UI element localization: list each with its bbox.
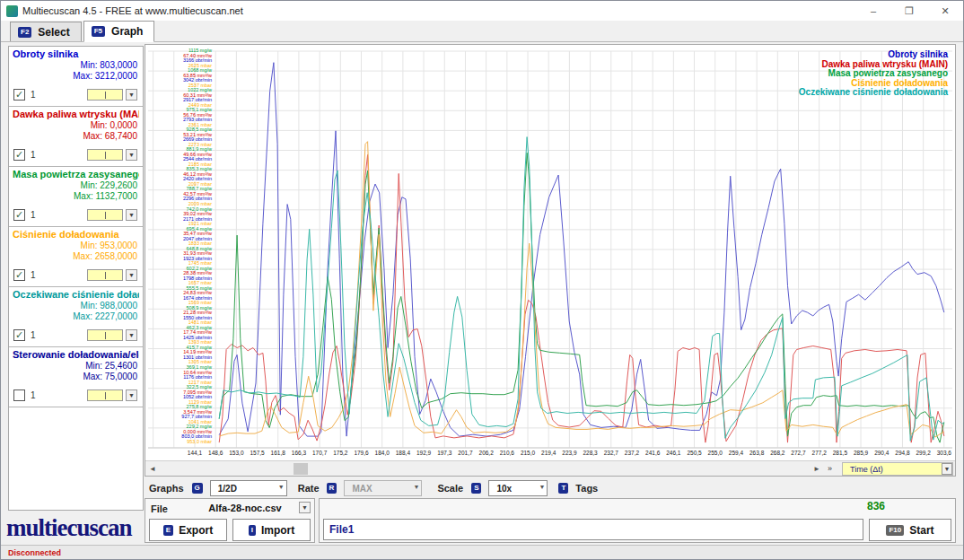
x-axis-labels: 144,1148,6153,0157,5161,8166,3170,7175,2… — [145, 450, 955, 459]
x-axis-tick-label: 303,6 — [929, 450, 960, 456]
tab-graph-label: Graph — [111, 25, 143, 38]
tag-marker — [105, 392, 106, 399]
legend-entry: Masa powietrza zasysanego — [799, 69, 948, 79]
close-button[interactable]: ✕ — [927, 1, 963, 21]
app-icon — [6, 5, 18, 17]
channel-graph-number: 1 — [31, 390, 36, 400]
app-logo: multiecuscan — [6, 514, 145, 542]
channel-title: Sterowanie doładowania/elektro — [13, 349, 139, 360]
f2-key-badge: F2 — [18, 27, 31, 38]
file-select[interactable]: Alfa-28-noc.csv ▼ — [180, 501, 311, 516]
channel-title: Obroty silnika — [13, 48, 139, 59]
scroll-left-arrow-icon[interactable]: ◄ — [145, 462, 160, 476]
chevron-down-icon[interactable]: ▼ — [299, 502, 311, 513]
legend-entry: Obroty silnika — [799, 50, 948, 60]
chevron-down-icon: ▼ — [413, 484, 419, 490]
channel-panel: Ciśnienie doładowaniaMin: 953,0000Max: 2… — [9, 227, 143, 287]
channel-min: Min: 988,0000 — [81, 301, 137, 311]
channel-graph-number: 1 — [31, 210, 36, 220]
time-axis-select[interactable]: Time (Δt) ▼ — [842, 462, 953, 476]
scrollbar-thumb[interactable] — [294, 463, 308, 475]
channel-min: Min: 25,4600 — [85, 361, 137, 371]
graphs-label: Graphs — [149, 483, 184, 494]
channel-min: Min: 0,0000 — [91, 120, 137, 130]
chevron-down-icon[interactable]: ▼ — [126, 149, 137, 161]
file-label: File — [151, 503, 168, 514]
chevron-down-icon[interactable]: ▼ — [942, 463, 952, 475]
channel-panel: Oczekiwane ciśnienie doładowaniaMin: 988… — [9, 287, 143, 347]
channel-tag-select[interactable] — [87, 89, 123, 101]
rate-select[interactable]: MAX▼ — [344, 480, 422, 496]
chevron-down-icon[interactable]: ▼ — [126, 209, 137, 221]
y-axis-labels: 1115 mg/w67,40 mm³/w3166 obr/min2625 mba… — [147, 48, 212, 444]
start-button[interactable]: F10 Start — [869, 519, 951, 541]
record-name-input[interactable] — [323, 519, 863, 540]
graph-toolbar: Graphs G 1/2D▼ Rate R MAX▼ Scale S 10x▼ … — [145, 479, 956, 497]
channel-title: Dawka paliwa wtrysku (MAIN) — [13, 109, 139, 119]
channel-max: Max: 2227,0000 — [73, 311, 137, 321]
minimize-button[interactable]: – — [855, 1, 891, 21]
record-counter: 836 — [849, 500, 903, 512]
channel-title: Masa powietrza zasysanego — [13, 169, 139, 179]
tag-marker — [105, 92, 106, 99]
channel-graph-number: 1 — [31, 270, 36, 280]
channel-tag-select[interactable] — [87, 329, 123, 341]
channel-tag-select[interactable] — [87, 269, 123, 281]
channel-graph-number: 1 — [31, 90, 36, 100]
channel-panel: Obroty silnikaMin: 803,0000Max: 3212,000… — [9, 47, 143, 107]
channel-max: Max: 1132,7000 — [74, 191, 137, 201]
channel-tag-select[interactable] — [87, 149, 123, 161]
f5-key-badge: F5 — [92, 26, 105, 37]
chevron-down-icon[interactable]: ▼ — [126, 389, 137, 401]
restore-button[interactable]: ❐ — [891, 1, 927, 21]
graphs-select[interactable]: 1/2D▼ — [210, 480, 287, 496]
export-button[interactable]: E Export — [149, 519, 227, 541]
chart-legend: Obroty silnikaDawka paliwa wtrysku (MAIN… — [799, 50, 948, 98]
g-key-badge: G — [192, 483, 203, 494]
scroll-right-arrow-icon[interactable]: ► — [810, 462, 824, 476]
chevron-down-icon[interactable]: ▼ — [126, 269, 137, 281]
status-bar: Disconnected — [1, 545, 963, 560]
channel-checkbox[interactable]: ✓ — [13, 149, 25, 161]
f10-key-badge: F10 — [886, 525, 904, 536]
tab-select-label: Select — [38, 26, 69, 39]
tab-bar: F2 Select F5 Graph — [1, 21, 963, 42]
channel-checkbox[interactable]: ✓ — [13, 209, 25, 221]
chevron-down-icon: ▼ — [278, 484, 285, 490]
record-panel: 836 F10 Start — [319, 498, 956, 543]
time-axis-label: Time (Δt) — [850, 465, 883, 474]
channel-tag-select[interactable] — [87, 209, 123, 221]
e-key-badge: E — [163, 525, 173, 536]
legend-entry: Oczekiwane ciśnienie doładowania — [799, 88, 948, 98]
chart-plot — [145, 45, 957, 459]
chart-scrollbar[interactable]: ◄ ► » Time (Δt) ▼ — [145, 460, 955, 476]
channel-checkbox[interactable] — [13, 389, 25, 401]
scale-label: Scale — [437, 483, 463, 494]
rate-label: Rate — [298, 483, 320, 494]
channel-tag-select[interactable] — [87, 389, 123, 401]
graph-panel: 1115 mg/w67,40 mm³/w3166 obr/min2625 mba… — [145, 44, 956, 477]
channel-max: Max: 68,7400 — [83, 131, 137, 141]
channel-panel: Sterowanie doładowania/elektroMin: 25,46… — [9, 347, 143, 407]
s-key-badge: S — [471, 483, 481, 494]
tab-select[interactable]: F2 Select — [10, 22, 82, 41]
channel-checkbox[interactable]: ✓ — [13, 329, 25, 341]
channel-checkbox[interactable]: ✓ — [13, 269, 25, 281]
app-window: Multiecuscan 4.5 - FREE at www.multiecus… — [0, 0, 964, 560]
channel-max: Max: 3212,0000 — [73, 71, 137, 81]
i-key-badge: I — [249, 525, 256, 536]
channel-max: Max: 75,0000 — [83, 372, 137, 381]
scale-select[interactable]: 10x▼ — [488, 480, 548, 496]
channel-panel: Dawka paliwa wtrysku (MAIN)Min: 0,0000Ma… — [9, 107, 143, 167]
channel-title: Ciśnienie doładowania — [13, 229, 139, 240]
import-button[interactable]: I Import — [232, 519, 311, 541]
tab-graph[interactable]: F5 Graph — [83, 21, 155, 42]
t-key-badge: T — [558, 483, 568, 494]
channel-min: Min: 953,0000 — [81, 241, 137, 250]
window-title: Multiecuscan 4.5 - FREE at www.multiecus… — [22, 5, 243, 16]
chevron-down-icon[interactable]: ▼ — [126, 89, 137, 101]
chevron-down-icon[interactable]: ▼ — [126, 329, 137, 341]
chevron-down-icon: ▼ — [539, 484, 546, 490]
channel-list: Obroty silnikaMin: 803,0000Max: 3212,000… — [8, 46, 144, 511]
channel-checkbox[interactable]: ✓ — [13, 89, 25, 101]
